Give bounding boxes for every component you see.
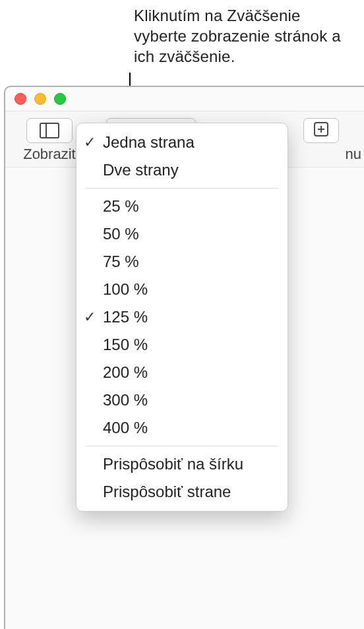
menu-item-label: 100 % xyxy=(103,276,288,303)
menu-item-fit-width[interactable]: Prispôsobiť na šírku xyxy=(76,450,288,478)
menu-item-zoom-50[interactable]: 50 % xyxy=(76,220,288,248)
menu-item-fit-page[interactable]: Prispôsobiť strane xyxy=(76,478,288,506)
menu-item-label: 125 % xyxy=(103,303,288,331)
menu-item-label: 200 % xyxy=(103,359,288,386)
menu-item-label: Dve strany xyxy=(103,156,288,184)
menu-item-zoom-100[interactable]: 100 % xyxy=(76,276,288,303)
menu-item-label: Jedna strana xyxy=(103,129,288,156)
menu-item-zoom-125[interactable]: ✓125 % xyxy=(76,303,288,331)
zoom-dropdown-menu: ✓ Jedna strana Dve strany 25 % 50 % 75 %… xyxy=(76,123,288,512)
callout-text: Kliknutím na Zväčšenie vyberte zobrazeni… xyxy=(134,5,351,67)
menu-item-zoom-200[interactable]: 200 % xyxy=(76,359,288,386)
sidebar-icon xyxy=(40,123,59,138)
close-icon[interactable] xyxy=(15,93,26,105)
minimize-icon[interactable] xyxy=(34,93,46,105)
menu-item-two-pages[interactable]: Dve strany xyxy=(76,156,288,184)
menu-item-label: 150 % xyxy=(103,331,288,359)
menu-item-label: 400 % xyxy=(103,414,288,442)
menu-separator xyxy=(86,446,278,446)
menu-item-zoom-150[interactable]: 150 % xyxy=(76,331,288,359)
add-page-button[interactable] xyxy=(303,118,339,143)
titlebar xyxy=(5,87,364,111)
checkmark-icon: ✓ xyxy=(76,303,103,331)
menu-item-one-page[interactable]: ✓ Jedna strana xyxy=(76,129,288,156)
menu-item-label: 300 % xyxy=(103,386,288,414)
menu-item-label: Prispôsobiť na šírku xyxy=(103,450,288,478)
menu-separator xyxy=(86,188,278,189)
menu-item-label: 75 % xyxy=(103,248,288,276)
menu-item-zoom-75[interactable]: 75 % xyxy=(76,248,288,276)
add-button-label-fragment: nu xyxy=(282,146,361,163)
menu-item-zoom-300[interactable]: 300 % xyxy=(76,386,288,414)
menu-item-zoom-25[interactable]: 25 % xyxy=(76,193,288,220)
view-button[interactable] xyxy=(26,118,73,143)
checkmark-icon: ✓ xyxy=(76,129,103,156)
menu-item-zoom-400[interactable]: 400 % xyxy=(76,414,288,442)
menu-item-label: 50 % xyxy=(103,220,288,248)
fullscreen-icon[interactable] xyxy=(54,93,66,105)
menu-item-label: Prispôsobiť strane xyxy=(103,478,288,506)
plus-box-icon xyxy=(313,121,329,140)
menu-item-label: 25 % xyxy=(103,193,288,220)
